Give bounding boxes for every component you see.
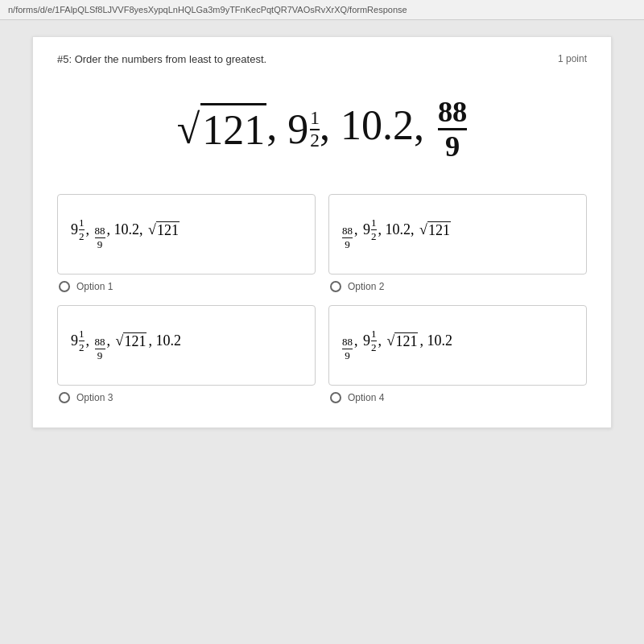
option-1-label: Option 1 xyxy=(76,281,113,292)
options-grid: 9 1 2 , 88 9 , 10.2, √ xyxy=(57,194,587,403)
option-4-box[interactable]: 88 9 , 9 1 2 , √121 xyxy=(328,305,587,386)
browser-url-bar: n/forms/d/e/1FAlpQLSf8LJVVF8yesXypqLnHQL… xyxy=(0,0,644,20)
option-3-block: 9 1 2 , 88 9 , √121 xyxy=(57,305,316,403)
option-4-radio[interactable] xyxy=(330,392,341,403)
form-page: #5: Order the numbers from least to grea… xyxy=(32,36,612,428)
option-1-box[interactable]: 9 1 2 , 88 9 , 10.2, √ xyxy=(57,194,316,275)
question-header: #5: Order the numbers from least to grea… xyxy=(57,53,587,65)
option-2-radio[interactable] xyxy=(330,281,341,292)
question-points: 1 point xyxy=(558,53,587,64)
option-2-block: 88 9 , 9 1 2 , 10.2, √ xyxy=(328,194,587,292)
option-3-label-row[interactable]: Option 3 xyxy=(57,392,316,403)
option-3-label: Option 3 xyxy=(76,392,113,403)
option-1-radio[interactable] xyxy=(59,281,70,292)
option-1-block: 9 1 2 , 88 9 , 10.2, √ xyxy=(57,194,316,292)
option-3-box[interactable]: 9 1 2 , 88 9 , √121 xyxy=(57,305,316,386)
option-4-label-row[interactable]: Option 4 xyxy=(328,392,587,403)
option-2-label: Option 2 xyxy=(348,281,384,292)
option-4-label: Option 4 xyxy=(348,392,384,403)
option-2-label-row[interactable]: Option 2 xyxy=(328,281,587,292)
question-math-display: √121 , 9 1 2 , 10.2, 88 9 xyxy=(57,73,587,194)
option-3-radio[interactable] xyxy=(59,392,70,403)
option-2-box[interactable]: 88 9 , 9 1 2 , 10.2, √ xyxy=(328,194,587,275)
question-title: #5: Order the numbers from least to grea… xyxy=(57,53,266,65)
option-4-block: 88 9 , 9 1 2 , √121 xyxy=(328,305,587,403)
option-1-label-row[interactable]: Option 1 xyxy=(57,281,316,292)
